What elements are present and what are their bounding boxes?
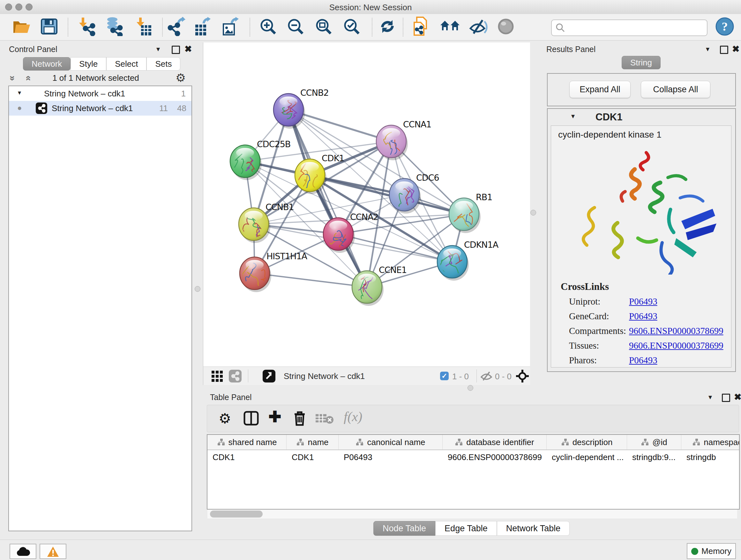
crosslink-uniprot-link[interactable]: P06493 xyxy=(629,296,657,307)
homes-icon[interactable] xyxy=(440,18,460,36)
grid-view-icon[interactable] xyxy=(212,371,223,383)
network-node-cdc25b[interactable]: CDC25B xyxy=(230,139,290,180)
export-table-icon[interactable] xyxy=(194,17,212,37)
results-panel-close-icon[interactable]: ✖ xyxy=(732,44,739,54)
export-image-icon[interactable] xyxy=(221,17,240,37)
node-label: CCNB2 xyxy=(300,88,329,98)
column-header-database-identifier[interactable]: database identifier xyxy=(443,435,547,449)
collection-count: 1 xyxy=(181,89,186,99)
string-network-graph[interactable]: CCNB2CCNA1CDC25BCDK1CDC6RB1CCNB1CCNA2CDK… xyxy=(203,43,530,367)
collapse-all-button[interactable]: Collapse All xyxy=(641,81,711,98)
gene-section: ▾ CDK1 cyclin-dependent kinase 1 xyxy=(547,108,736,372)
toolbar-separator xyxy=(372,18,373,37)
import-database-icon[interactable] xyxy=(104,17,124,37)
table-cell[interactable]: stringdb:9... xyxy=(627,450,681,464)
table-panel-close-icon[interactable]: ✖ xyxy=(734,392,741,402)
crosslink-genecard-link[interactable]: P06493 xyxy=(629,311,657,321)
tab-node-table[interactable]: Node Table xyxy=(374,521,435,536)
column-header-description[interactable]: description xyxy=(547,435,627,449)
tree-expand-icon[interactable]: ▾ xyxy=(18,89,21,97)
hidden-eye-icon[interactable] xyxy=(480,371,492,383)
network-options-gear-icon[interactable]: ⚙ xyxy=(176,71,186,84)
table-row[interactable]: CDK1CDK1P064939606.ENSP00000378699cyclin… xyxy=(207,450,739,464)
gene-section-collapse-icon[interactable]: ▾ xyxy=(571,112,575,120)
cloud-button[interactable] xyxy=(10,544,37,559)
crosslink-pharos-link[interactable]: P06493 xyxy=(629,355,657,366)
crosslink-tissues-link[interactable]: 9606.ENSP00000378699 xyxy=(629,340,724,351)
warning-button[interactable] xyxy=(40,544,66,559)
table-panel-float-icon[interactable] xyxy=(722,394,730,402)
network-node-hist1h1a[interactable]: HIST1H1A xyxy=(232,251,308,292)
column-header-name[interactable]: name xyxy=(286,435,339,449)
network-tree-root-row[interactable]: ▾ String Network – cdk1 1 xyxy=(9,86,192,101)
zoom-selected-icon[interactable] xyxy=(343,17,360,37)
create-column-plus-icon[interactable]: ✚ xyxy=(268,408,281,426)
search-input[interactable] xyxy=(568,21,704,34)
memory-button[interactable]: Memory xyxy=(687,543,736,559)
table-cell[interactable]: CDK1 xyxy=(286,450,339,464)
import-network-icon[interactable] xyxy=(77,17,96,37)
table-cell[interactable]: stringdb xyxy=(681,450,740,464)
node-label: HIST1H1A xyxy=(266,251,308,261)
table-cell[interactable]: 9606.ENSP00000378699 xyxy=(443,450,547,464)
zoom-in-icon[interactable] xyxy=(259,17,277,37)
share-view-icon[interactable] xyxy=(229,370,242,382)
column-attr-icon xyxy=(355,438,364,446)
gray-eye-icon[interactable] xyxy=(497,18,515,37)
refresh-view-icon[interactable] xyxy=(379,17,396,37)
table-horizontal-scrollbar[interactable] xyxy=(207,509,737,518)
column-header--id[interactable]: @id xyxy=(627,435,681,449)
toolbar-separator xyxy=(248,369,248,382)
delete-column-trash-icon[interactable] xyxy=(293,410,307,428)
scrollbar-thumb[interactable] xyxy=(210,510,263,517)
results-panel-float-icon[interactable] xyxy=(720,46,728,54)
birds-eye-view-icon[interactable] xyxy=(263,370,275,382)
right-splitter-handle[interactable] xyxy=(530,210,536,215)
results-panel-collapse-icon[interactable]: ▾ xyxy=(706,45,710,53)
table-cell[interactable]: cyclin-dependent ... xyxy=(547,450,627,464)
column-header-canonical-name[interactable]: canonical name xyxy=(339,435,443,449)
tab-network[interactable]: Network xyxy=(23,57,71,71)
tab-sets[interactable]: Sets xyxy=(146,57,180,71)
tab-string[interactable]: String xyxy=(622,56,661,69)
control-panel-float-icon[interactable] xyxy=(172,46,180,54)
table-panel-collapse-icon[interactable]: ▾ xyxy=(709,393,712,401)
tab-edge-table[interactable]: Edge Table xyxy=(435,521,497,536)
expand-all-button[interactable]: Expand All xyxy=(569,81,630,98)
hide-selected-icon[interactable] xyxy=(468,17,488,37)
control-panel-collapse-icon[interactable]: ▾ xyxy=(156,45,160,53)
network-node-rb1[interactable]: RB1 xyxy=(449,192,492,235)
tab-style[interactable]: Style xyxy=(71,57,106,71)
table-settings-gear-icon[interactable]: ⚙ xyxy=(219,410,231,427)
fit-selected-crosshair-icon[interactable] xyxy=(515,369,529,384)
left-splitter-handle[interactable] xyxy=(195,286,200,292)
network-canvas[interactable]: CCNB2CCNA1CDC25BCDK1CDC6RB1CCNB1CCNA2CDK… xyxy=(203,43,530,367)
open-session-icon[interactable] xyxy=(12,19,30,36)
show-columns-icon[interactable] xyxy=(244,411,259,427)
column-header-shared-name[interactable]: shared name xyxy=(207,435,286,449)
column-header-namespace[interactable]: namespace xyxy=(681,435,740,449)
network-edge[interactable] xyxy=(255,273,367,287)
node-label: CCNE1 xyxy=(379,265,407,275)
zoom-fit-icon[interactable] xyxy=(315,17,333,37)
network-tree: ▾ String Network – cdk1 1 ● String Netwo… xyxy=(8,85,192,531)
control-panel-close-icon[interactable]: ✖ xyxy=(185,44,192,54)
network-node-ccnb2[interactable]: CCNB2 xyxy=(273,88,329,129)
table-cell[interactable]: P06493 xyxy=(339,450,443,464)
node-label: CDC6 xyxy=(416,173,439,183)
zoom-out-icon[interactable] xyxy=(286,17,305,37)
network-node-cdkn1a[interactable]: CDKN1A xyxy=(437,240,499,281)
export-network-icon[interactable] xyxy=(167,17,186,37)
crosslink-row: GeneCard: P06493 xyxy=(569,311,729,326)
table-cell[interactable]: CDK1 xyxy=(207,450,286,464)
copy-network-icon[interactable] xyxy=(412,17,430,38)
crosslink-compartments-link[interactable]: 9606.ENSP00000378699 xyxy=(629,326,724,336)
tab-select[interactable]: Select xyxy=(106,57,146,71)
network-tree-row[interactable]: ● String Network – cdk1 11 48 xyxy=(9,101,192,116)
save-session-icon[interactable] xyxy=(41,18,57,36)
tab-network-table[interactable]: Network Table xyxy=(497,521,570,536)
import-table-icon[interactable] xyxy=(134,17,152,37)
help-icon[interactable]: ? xyxy=(716,17,734,37)
selected-nodes-checkbox[interactable]: ✓ xyxy=(440,372,449,380)
network-node-ccna1[interactable]: CCNA1 xyxy=(376,119,431,161)
